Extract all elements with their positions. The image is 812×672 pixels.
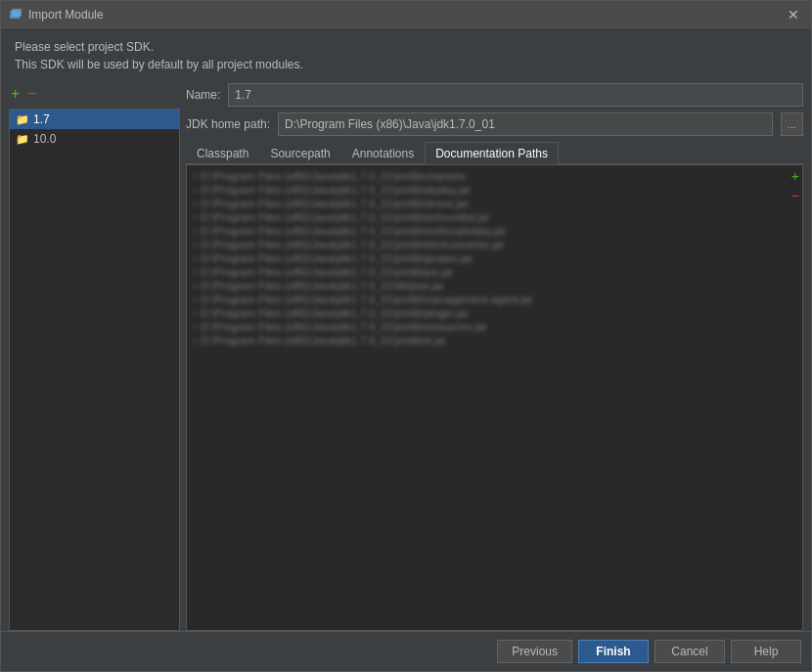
file-path: D:\Program Files (x86)\Java\jdk1.7.0_01\… (201, 266, 454, 278)
left-panel: + − 📁 1.7 📁 10.0 (9, 79, 180, 631)
tree-item-label-2: 10.0 (33, 132, 56, 146)
finish-button[interactable]: Finish (578, 640, 649, 663)
tab-annotations[interactable]: Annotations (341, 142, 425, 164)
table-toolbar: + − (789, 165, 802, 206)
file-icon: ▪ (193, 184, 197, 196)
tree-item-label: 1.7 (33, 112, 50, 126)
remove-path-button[interactable]: − (790, 187, 800, 204)
file-path: D:\Program Files (x86)\Java\jdk1.7.0_01\… (201, 307, 469, 319)
sdk-folder-icon: 📁 (16, 113, 29, 126)
close-button[interactable]: ✕ (784, 8, 803, 22)
table-row[interactable]: ▪ D:\Program Files (x86)\Java\jdk1.7.0_0… (187, 320, 783, 334)
left-toolbar: + − (9, 79, 180, 109)
file-path: D:\Program Files (x86)\Java\jdk1.7.0_01\… (201, 239, 505, 250)
bottom-bar: Previous Finish Cancel Help (1, 631, 811, 671)
file-icon: ▪ (193, 252, 197, 264)
name-row: Name: (186, 79, 803, 112)
description: Please select project SDK. This SDK will… (1, 28, 811, 79)
tree-item-10.0[interactable]: 📁 10.0 (10, 129, 179, 149)
file-icon: ▪ (193, 225, 197, 237)
cancel-button[interactable]: Cancel (654, 640, 725, 663)
file-icon: ▪ (193, 335, 197, 346)
table-row[interactable]: ▪ D:\Program Files (x86)\Java\jdk1.7.0_0… (187, 210, 783, 224)
file-path: D:\Program Files (x86)\Java\jdk1.7.0_01\… (201, 184, 471, 196)
file-path: D:\Program Files (x86)\Java\jdk1.7.0_01\… (201, 225, 506, 237)
file-path: D:\Program Files (x86)\Java\jdk1.7.0_01\… (201, 280, 444, 291)
file-icon: ▪ (193, 170, 197, 182)
svg-rect-1 (12, 9, 22, 17)
file-path: D:\Program Files (x86)\Java\jdk1.7.0_01\… (201, 335, 446, 346)
name-label: Name: (186, 88, 220, 102)
file-icon: ▪ (193, 239, 197, 250)
file-path: D:\Program Files (x86)\Java\jdk1.7.0_01\… (201, 170, 466, 182)
file-icon: ▪ (193, 293, 197, 305)
file-icon: ▪ (193, 266, 197, 278)
file-icon: ▪ (193, 198, 197, 209)
table-row[interactable]: ▪ D:\Program Files (x86)\Java\jdk1.7.0_0… (187, 306, 783, 320)
tab-documentation-paths[interactable]: Documentation Paths (425, 142, 559, 164)
file-icon: ▪ (193, 280, 197, 291)
jdk-path-input[interactable] (278, 112, 773, 136)
file-path: D:\Program Files (x86)\Java\jdk1.7.0_01\… (201, 293, 533, 305)
sdk-tree: 📁 1.7 📁 10.0 (9, 109, 180, 631)
table-row[interactable]: ▪ D:\Program Files (x86)\Java\jdk1.7.0_0… (187, 292, 783, 306)
file-icon: ▪ (193, 321, 197, 333)
file-path: D:\Program Files (x86)\Java\jdk1.7.0_01\… (201, 252, 473, 264)
tab-classpath[interactable]: Classpath (186, 142, 259, 164)
table-row[interactable]: ▪ D:\Program Files (x86)\Java\jdk1.7.0_0… (187, 224, 783, 238)
description-line2: This SDK will be used by default by all … (15, 56, 797, 73)
module-icon (9, 8, 23, 22)
file-list: ▪ D:\Program Files (x86)\Java\jdk1.7.0_0… (187, 165, 802, 351)
table-row[interactable]: ▪ D:\Program Files (x86)\Java\jdk1.7.0_0… (187, 183, 783, 197)
table-row[interactable]: ▪ D:\Program Files (x86)\Java\jdk1.7.0_0… (187, 251, 783, 265)
previous-button[interactable]: Previous (497, 640, 572, 663)
help-button[interactable]: Help (731, 640, 801, 663)
table-scroll[interactable]: ▪ D:\Program Files (x86)\Java\jdk1.7.0_0… (187, 165, 802, 630)
tree-item-1.7[interactable]: 📁 1.7 (10, 110, 179, 129)
table-row[interactable]: ▪ D:\Program Files (x86)\Java\jdk1.7.0_0… (187, 334, 783, 347)
table-row[interactable]: ▪ D:\Program Files (x86)\Java\jdk1.7.0_0… (187, 265, 783, 279)
title-bar-left: Import Module (9, 8, 104, 22)
remove-sdk-button[interactable]: − (25, 83, 38, 105)
add-path-button[interactable]: + (790, 167, 800, 185)
file-icon: ▪ (193, 307, 197, 319)
tabs-bar: Classpath Sourcepath Annotations Documen… (186, 142, 803, 164)
file-path: D:\Program Files (x86)\Java\jdk1.7.0_01\… (201, 211, 489, 223)
table-row[interactable]: ▪ D:\Program Files (x86)\Java\jdk1.7.0_0… (187, 169, 783, 183)
right-panel: Name: JDK home path: ... Classpath Sourc… (186, 79, 803, 631)
sdk-folder-icon-2: 📁 (16, 133, 29, 146)
import-module-dialog: Import Module ✕ Please select project SD… (0, 0, 812, 672)
jdk-browse-button[interactable]: ... (781, 112, 803, 136)
classpath-table: ▪ D:\Program Files (x86)\Java\jdk1.7.0_0… (186, 164, 803, 631)
table-row[interactable]: ▪ D:\Program Files (x86)\Java\jdk1.7.0_0… (187, 197, 783, 210)
table-row[interactable]: ▪ D:\Program Files (x86)\Java\jdk1.7.0_0… (187, 279, 783, 292)
description-line1: Please select project SDK. (15, 38, 797, 56)
dialog-title: Import Module (28, 8, 104, 22)
name-input[interactable] (228, 83, 803, 107)
table-row[interactable]: ▪ D:\Program Files (x86)\Java\jdk1.7.0_0… (187, 238, 783, 251)
file-path: D:\Program Files (x86)\Java\jdk1.7.0_01\… (201, 321, 487, 333)
tab-sourcepath[interactable]: Sourcepath (259, 142, 340, 164)
add-sdk-button[interactable]: + (9, 83, 22, 105)
file-path: D:\Program Files (x86)\Java\jdk1.7.0_01\… (201, 198, 469, 209)
content-area: + − 📁 1.7 📁 10.0 Name: (1, 79, 811, 631)
jdk-label: JDK home path: (186, 117, 270, 131)
title-bar: Import Module ✕ (1, 1, 811, 28)
jdk-row: JDK home path: ... (186, 112, 803, 142)
file-icon: ▪ (193, 211, 197, 223)
